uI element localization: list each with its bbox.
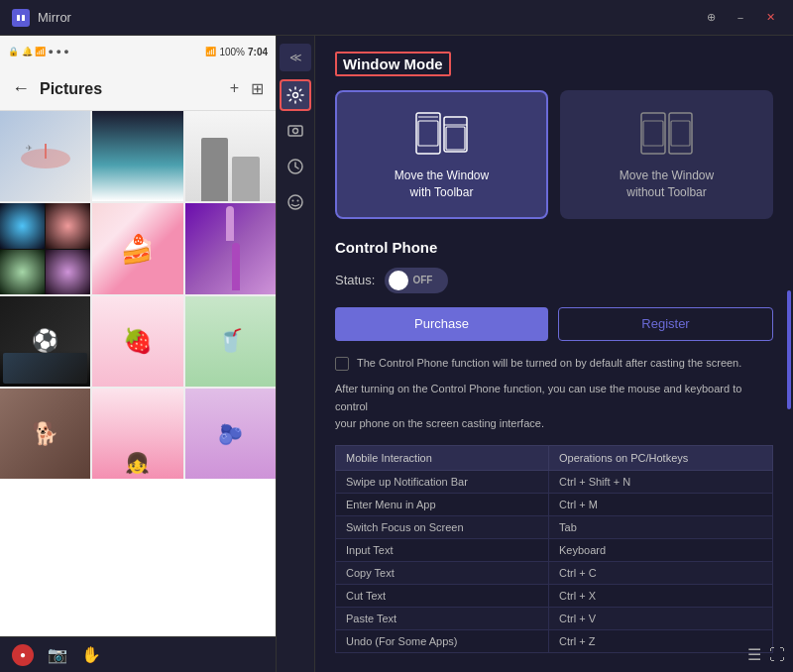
checkbox-row: The Control Phone function will be turne… [335, 355, 773, 372]
status-row: Status: OFF [335, 268, 773, 293]
sidebar-item-emoji[interactable] [280, 186, 311, 218]
photo-cell: 👧 [92, 389, 182, 479]
svg-point-8 [293, 129, 298, 134]
svg-rect-13 [416, 113, 440, 154]
table-cell: Undo (For Some Apps) [336, 629, 549, 652]
window-controls[interactable]: ⊕ − ✕ [700, 7, 781, 29]
description-text: After turning on the Control Phone funct… [335, 381, 773, 433]
svg-rect-2 [22, 15, 25, 21]
photo-cell [92, 111, 182, 201]
svg-point-10 [288, 195, 302, 209]
grid-button[interactable]: ⊞ [251, 79, 264, 98]
toggle-knob [389, 271, 408, 290]
table-cell: Cut Text [336, 584, 549, 607]
phone-panel: 🔒 🔔 📶 ● ● ● 📶 100% 7:04 ← Pictures + ⊞ ✈ [0, 36, 276, 672]
sidebar-item-screenshot[interactable] [280, 115, 311, 147]
add-button[interactable]: + [230, 79, 239, 98]
table-row: Enter Menu in AppCtrl + M [336, 493, 773, 515]
checkbox-input[interactable] [335, 357, 349, 371]
minimize-button[interactable]: − [730, 7, 751, 29]
without-toolbar-icon [637, 108, 697, 158]
table-row: Copy TextCtrl + C [336, 561, 773, 584]
gesture-button[interactable]: ✋ [81, 645, 101, 664]
photo-cell: 🍰 [92, 203, 182, 293]
svg-rect-18 [446, 127, 465, 150]
table-cell: Ctrl + Z [549, 629, 773, 652]
with-toolbar-label: Move the Windowwith Toolbar [395, 168, 489, 201]
table-cell: Switch Focus on Screen [336, 515, 549, 538]
action-buttons: Purchase Register [335, 307, 773, 341]
time-display: 7:04 [248, 47, 268, 57]
phone-nav-title: Pictures [40, 80, 230, 98]
photo-cell: ⚽ [0, 296, 90, 387]
svg-rect-0 [15, 12, 27, 24]
with-toolbar-icon [412, 108, 472, 158]
table-cell: Tab [549, 515, 773, 538]
fullscreen-icon[interactable]: ⛶ [769, 646, 785, 664]
table-cell: Ctrl + Shift + N [549, 470, 773, 493]
photo-cell [185, 111, 276, 201]
photo-cell: 🥤 [185, 296, 276, 387]
window-mode-title: Window Mode [335, 52, 451, 76]
app-title: Mirror [38, 10, 700, 25]
svg-rect-7 [288, 126, 302, 136]
toggle-switch[interactable]: OFF [385, 268, 448, 293]
window-card-with-toolbar[interactable]: Move the Windowwith Toolbar [335, 90, 548, 219]
screenshot-button[interactable]: 📷 [48, 645, 67, 664]
main-layout: 🔒 🔔 📶 ● ● ● 📶 100% 7:04 ← Pictures + ⊞ ✈ [0, 36, 793, 672]
register-button[interactable]: Register [558, 307, 773, 341]
navbar-icons: + ⊞ [230, 79, 264, 98]
collapse-button[interactable]: ≪ [280, 44, 311, 71]
table-cell: Input Text [336, 538, 549, 561]
titlebar: Mirror ⊕ − ✕ [0, 0, 793, 36]
sidebar-item-history[interactable] [280, 151, 311, 182]
close-button[interactable]: ✕ [759, 7, 781, 29]
svg-rect-20 [643, 121, 663, 146]
svg-point-6 [293, 93, 298, 98]
table-cell: Ctrl + V [549, 607, 773, 629]
without-toolbar-label: Move the Windowwithout Toolbar [620, 168, 714, 201]
table-cell: Ctrl + X [549, 584, 773, 607]
svg-rect-19 [641, 113, 665, 154]
photo-cell [185, 203, 276, 293]
content-panel: Window Mode Move the Windo [315, 36, 793, 672]
window-mode-section: Window Mode Move the Windo [335, 52, 773, 219]
scrollbar-indicator[interactable] [787, 290, 791, 409]
photo-cell: 🫐 [185, 389, 276, 479]
control-phone-title: Control Phone [335, 239, 773, 256]
table-cell: Paste Text [336, 607, 549, 629]
table-row: Switch Focus on ScreenTab [336, 515, 773, 538]
table-row: Swipe up Notification BarCtrl + Shift + … [336, 470, 773, 493]
control-phone-section: Control Phone Status: OFF Purchase Regis… [335, 239, 773, 653]
table-row: Cut TextCtrl + X [336, 584, 773, 607]
photo-grid: ✈ 🍰 [0, 111, 276, 479]
table-cell: Enter Menu in App [336, 493, 549, 515]
list-icon[interactable]: ☰ [747, 645, 761, 664]
photo-cell: 🐕 [0, 389, 90, 479]
svg-rect-21 [669, 113, 692, 154]
svg-text:✈: ✈ [26, 144, 33, 153]
statusbar-right: 📶 100% 7:04 [205, 47, 268, 57]
window-mode-cards: Move the Windowwith Toolbar Move the Win… [335, 90, 773, 219]
window-card-without-toolbar[interactable]: Move the Windowwithout Toolbar [560, 90, 773, 219]
toggle-text: OFF [412, 275, 432, 285]
table-cell: Ctrl + M [549, 493, 773, 515]
svg-rect-1 [17, 15, 20, 21]
record-button[interactable]: ● [12, 644, 34, 666]
status-label: Status: [335, 273, 375, 287]
sidebar: ≪ [276, 36, 315, 672]
svg-point-12 [297, 200, 299, 202]
pin-button[interactable]: ⊕ [700, 7, 722, 29]
photo-cell: 🍓 [92, 296, 182, 387]
phone-statusbar: 🔒 🔔 📶 ● ● ● 📶 100% 7:04 [0, 36, 276, 67]
svg-rect-14 [418, 121, 438, 146]
photo-cell [0, 203, 90, 293]
table-header-hotkeys: Operations on PC/Hotkeys [549, 445, 773, 470]
svg-rect-22 [671, 121, 690, 146]
purchase-button[interactable]: Purchase [335, 307, 548, 341]
table-cell: Ctrl + C [549, 561, 773, 584]
table-row: Input TextKeyboard [336, 538, 773, 561]
sidebar-item-settings[interactable] [280, 79, 311, 111]
app-icon [12, 9, 30, 27]
back-button[interactable]: ← [12, 78, 30, 99]
